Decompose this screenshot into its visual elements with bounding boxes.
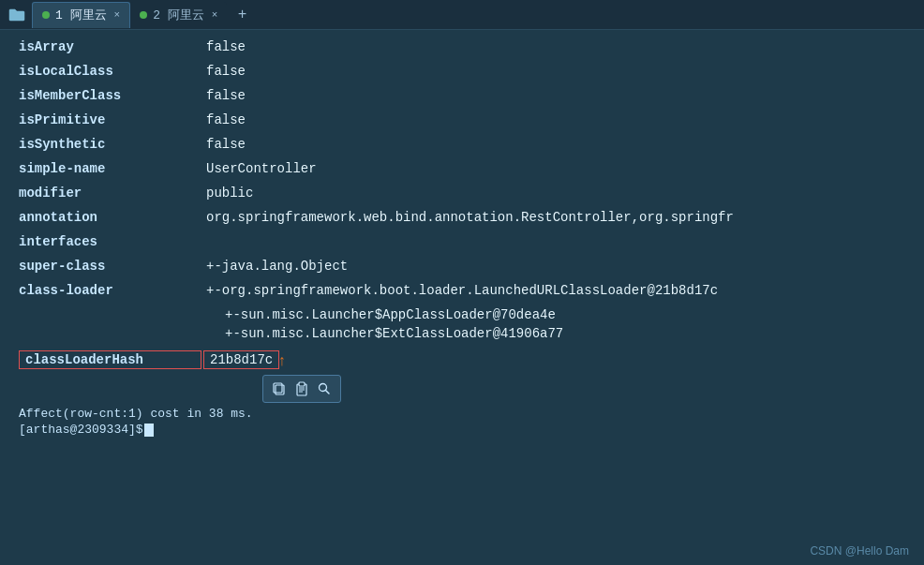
folder-icon[interactable] bbox=[4, 2, 30, 28]
prompt-text: [arthas@2309334]$ bbox=[19, 423, 143, 437]
tab-2[interactable]: 2 阿里云 × bbox=[130, 2, 227, 28]
svg-line-8 bbox=[326, 391, 330, 394]
row-isSynthetic: isSynthetic false bbox=[19, 135, 905, 159]
toolbar-popup bbox=[262, 375, 341, 403]
key-class-loader: class-loader bbox=[19, 283, 206, 298]
value-classLoaderHash: 21b8d17c bbox=[203, 350, 279, 369]
value-simple-name: UserController bbox=[206, 161, 317, 176]
row-isArray: isArray false bbox=[19, 37, 905, 62]
prompt-line: [arthas@2309334]$ bbox=[19, 423, 905, 437]
affect-text: Affect(row-cnt:1) cost in 38 ms. bbox=[19, 405, 905, 423]
row-annotation: annotation org.springframework.web.bind.… bbox=[19, 208, 905, 232]
key-super-class: super-class bbox=[19, 259, 206, 274]
indented-row-1: +-sun.misc.Launcher$AppClassLoader@70dea… bbox=[19, 305, 905, 324]
tab-1-label: 1 阿里云 bbox=[55, 7, 107, 23]
toolbar-container bbox=[19, 375, 905, 405]
key-isMemberClass: isMemberClass bbox=[19, 88, 206, 103]
value-isArray: false bbox=[206, 39, 246, 54]
tab-add-button[interactable]: + bbox=[231, 4, 253, 26]
value-super-class: +-java.lang.Object bbox=[206, 259, 348, 274]
data-table: isArray false isLocalClass false isMembe… bbox=[19, 37, 905, 437]
tab-2-dot bbox=[140, 11, 147, 19]
value-annotation: org.springframework.web.bind.annotation.… bbox=[206, 210, 734, 225]
key-annotation: annotation bbox=[19, 210, 206, 225]
key-classLoaderHash: classLoaderHash bbox=[19, 350, 201, 369]
key-isLocalClass: isLocalClass bbox=[19, 64, 206, 79]
search-button[interactable] bbox=[314, 379, 335, 399]
indented-row-2: +-sun.misc.Launcher$ExtClassLoader@41906… bbox=[19, 324, 905, 343]
value-isLocalClass: false bbox=[206, 64, 246, 79]
row-isMemberClass: isMemberClass false bbox=[19, 86, 905, 111]
key-modifier: modifier bbox=[19, 186, 206, 201]
key-isPrimitive: isPrimitive bbox=[19, 112, 206, 127]
row-super-class: super-class +-java.lang.Object bbox=[19, 257, 905, 281]
row-simple-name: simple-name UserController bbox=[19, 159, 905, 184]
key-simple-name: simple-name bbox=[19, 161, 206, 176]
row-class-loader: class-loader +-org.springframework.boot.… bbox=[19, 281, 905, 305]
tab-1-dot bbox=[42, 11, 50, 19]
watermark: CSDN @Hello Dam bbox=[810, 544, 909, 558]
tab-bar: 1 阿里云 × 2 阿里云 × + bbox=[0, 0, 924, 30]
key-isSynthetic: isSynthetic bbox=[19, 137, 206, 152]
svg-rect-3 bbox=[299, 382, 305, 386]
cursor-block bbox=[144, 424, 154, 437]
clipboard-button[interactable] bbox=[291, 379, 312, 399]
row-isPrimitive: isPrimitive false bbox=[19, 111, 905, 135]
row-interfaces: interfaces bbox=[19, 232, 905, 257]
key-isArray: isArray bbox=[19, 39, 206, 54]
tab-1-close[interactable]: × bbox=[114, 9, 121, 21]
key-interfaces: interfaces bbox=[19, 234, 206, 249]
tab-1[interactable]: 1 阿里云 × bbox=[32, 2, 130, 28]
row-isLocalClass: isLocalClass false bbox=[19, 62, 905, 86]
value-class-loader: +-org.springframework.boot.loader.Launch… bbox=[206, 283, 718, 298]
row-classLoaderHash: classLoaderHash 21b8d17c ↑ bbox=[19, 347, 905, 373]
tab-2-label: 2 阿里云 bbox=[153, 7, 204, 23]
value-isSynthetic: false bbox=[206, 137, 246, 152]
value-modifier: public bbox=[206, 186, 253, 201]
value-isMemberClass: false bbox=[206, 88, 246, 103]
cursor-indicator: ↑ bbox=[277, 353, 287, 370]
main-content: isArray false isLocalClass false isMembe… bbox=[0, 30, 924, 565]
tab-2-close[interactable]: × bbox=[212, 9, 218, 21]
copy-text-button[interactable] bbox=[269, 379, 290, 399]
value-isPrimitive: false bbox=[206, 112, 246, 127]
row-modifier: modifier public bbox=[19, 184, 905, 208]
